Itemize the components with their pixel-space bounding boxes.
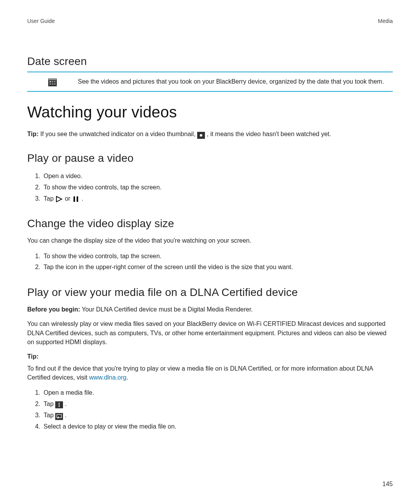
date-screen-heading: Date screen [27,55,393,68]
step-text: Tap [44,401,55,407]
svg-marker-16 [57,416,59,418]
dlna-p2-a: To find out if the device that you're tr… [27,365,373,381]
header-right: Media [378,18,393,24]
svg-point-14 [59,406,60,407]
calendar-grid-icon [48,79,57,86]
page-number: 145 [382,481,393,488]
step-text: Tap [44,412,55,418]
play-pause-steps: Open a video. To show the video controls… [27,171,393,204]
tip-label: Tip: [27,131,38,137]
watching-videos-heading: Watching your videos [27,103,393,121]
list-item: Tap . [42,410,393,421]
date-screen-icon-cell [27,77,78,86]
svg-marker-9 [56,196,62,202]
list-item: Tap . [42,399,393,410]
step-text-end: . [82,195,83,202]
step-text: Tap [44,195,55,202]
page-header: User Guide Media [27,18,393,24]
list-item: Open a video. [42,171,393,182]
display-size-intro: You can change the display size of the v… [27,236,393,245]
unwatched-indicator-icon [197,132,205,139]
tip-text-after: , it means the video hasn't been watched… [205,131,331,137]
play-on-device-icon [55,413,63,420]
dlna-link[interactable]: www.dlna.org [89,374,126,381]
divider [27,91,393,92]
svg-rect-7 [54,83,56,85]
svg-rect-11 [77,196,78,202]
svg-rect-15 [57,415,61,418]
play-icon [55,196,63,203]
list-item: Tap or . [42,193,393,205]
svg-rect-1 [49,79,56,80]
dlna-paragraph-2: To find out if the device that you're tr… [27,364,393,382]
display-size-steps: To show the video controls, tap the scre… [27,251,393,273]
dlna-p2-b: . [126,374,128,381]
svg-rect-5 [49,83,51,85]
list-item: Tap the icon in the upper-right corner o… [42,262,393,273]
tip-unwatched: Tip: If you see the unwatched indicator … [27,130,393,139]
display-size-heading: Change the video display size [27,217,393,230]
svg-rect-4 [54,81,56,82]
document-page: User Guide Media Date screen See the vid… [0,0,420,504]
step-text-or: or [65,195,72,202]
svg-point-12 [59,403,60,404]
svg-point-13 [59,404,60,406]
dlna-steps: Open a media file. Tap . Tap [27,387,393,432]
dlna-paragraph-1: You can wirelessly play or view media fi… [27,319,393,346]
list-item: To show the video controls, tap the scre… [42,251,393,262]
step-text-end: . [65,412,66,418]
more-menu-icon [55,401,63,408]
list-item: Select a device to play or view the medi… [42,421,393,432]
svg-point-8 [200,134,202,136]
dlna-heading: Play or view your media file on a DLNA C… [27,286,393,299]
step-text-end: . [65,401,66,407]
svg-rect-6 [52,83,53,85]
dlna-before-begin: Before you begin: Your DLNA Certified de… [27,305,393,314]
dlna-tip-label: Tip: [27,352,393,361]
list-item: To show the video controls, tap the scre… [42,182,393,193]
svg-rect-2 [49,81,51,82]
svg-rect-10 [74,196,75,202]
before-begin-label: Before you begin: [27,306,80,313]
date-screen-description: See the videos and pictures that you too… [78,77,393,86]
svg-rect-3 [52,81,53,82]
pause-icon [72,196,80,203]
before-begin-text: Your DLNA Certified device must be a Dig… [80,306,253,313]
header-left: User Guide [27,18,55,24]
date-screen-row: See the videos and pictures that you too… [27,72,393,91]
play-pause-heading: Play or pause a video [27,152,393,164]
list-item: Open a media file. [42,387,393,399]
tip-text-before: If you see the unwatched indicator on a … [38,131,197,137]
